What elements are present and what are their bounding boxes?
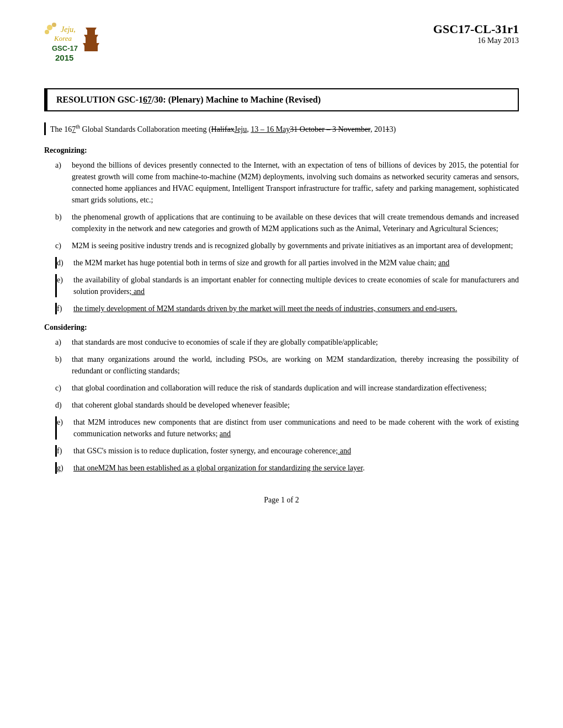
resolution-title-box: RESOLUTION GSC-167/30: (Plenary) Machine… — [44, 88, 519, 111]
item-content: that coherent global standards should be… — [72, 399, 519, 411]
recognizing-section: Recognizing: a) beyond the billions of d… — [44, 146, 519, 314]
item-label: e) — [57, 416, 73, 440]
list-item: b) the phenomenal growth of applications… — [55, 211, 519, 234]
list-item: f) that GSC's mission is to reduce dupli… — [55, 445, 519, 457]
recognizing-list: a) beyond the billions of devices presen… — [55, 159, 519, 314]
item-content: M2M is seeing positive industry trends a… — [72, 240, 519, 251]
svg-point-10 — [47, 25, 52, 30]
intro-paragraph: The 167th Global Standards Collaboration… — [44, 122, 519, 135]
document-id: GSC17-CL-31r1 — [433, 22, 519, 36]
item-label: c) — [55, 240, 72, 251]
item-content: the M2M market has huge potential both i… — [73, 257, 519, 269]
item-label: f) — [57, 445, 73, 457]
list-item: a) beyond the billions of devices presen… — [55, 159, 519, 206]
recognizing-heading: Recognizing: — [44, 146, 519, 155]
page-number: Page 1 of 2 — [264, 496, 299, 504]
superscript-th: th — [76, 124, 80, 130]
new-text-g: that oneM2M has been established as a gl… — [73, 464, 363, 472]
svg-rect-5 — [86, 38, 97, 43]
svg-rect-3 — [87, 30, 95, 35]
date-new: 13 – 16 May — [251, 125, 290, 133]
document-id-area: GSC17-CL-31r1 16 May 2013 — [433, 22, 519, 45]
list-item: c) M2M is seeing positive industry trend… — [55, 240, 519, 251]
item-content: the availability of global standards is … — [73, 274, 519, 297]
item-content: that oneM2M has been established as a gl… — [73, 462, 519, 474]
item-label: b) — [55, 354, 72, 377]
svg-text:Jeju,: Jeju, — [61, 25, 76, 34]
page-footer: Page 1 of 2 — [44, 496, 519, 505]
svg-rect-7 — [84, 46, 98, 51]
item-content: that global coordination and collaborati… — [72, 382, 519, 394]
list-item: d) that coherent global standards should… — [55, 399, 519, 411]
item-content: the phenomenal growth of applications th… — [72, 211, 519, 234]
item-label: f) — [57, 303, 73, 314]
year-new: 3 — [389, 125, 393, 133]
semi-and: ; and — [336, 447, 351, 455]
item-label: d) — [57, 257, 73, 269]
svg-point-11 — [52, 23, 56, 27]
date-old: 31 October – 3 November — [290, 125, 370, 133]
semi-and: ; and — [130, 287, 145, 296]
document-page: Jeju, Korea GSC-17 2015 GSC17-CL-31r — [0, 0, 563, 728]
considering-heading: Considering: — [44, 323, 519, 332]
item-label: d) — [55, 399, 72, 411]
item-content: the timely development of M2M standards … — [73, 303, 519, 314]
item-label: a) — [55, 336, 72, 348]
document-date: 16 May 2013 — [433, 36, 519, 45]
item-content: beyond the billions of devices presently… — [72, 159, 519, 206]
location-old: Halifax — [211, 125, 235, 133]
list-item: a) that standards are most conducive to … — [55, 336, 519, 348]
item-content: that many organizations around the world… — [72, 354, 519, 377]
svg-marker-6 — [83, 43, 99, 46]
svg-text:GSC-17: GSC-17 — [52, 44, 78, 52]
item-label: a) — [55, 159, 72, 206]
item-content: that GSC's mission is to reduce duplicat… — [73, 445, 519, 457]
list-item: e) the availability of global standards … — [55, 274, 519, 297]
svg-text:Korea: Korea — [54, 34, 72, 42]
location-new: Jeju — [235, 125, 247, 133]
list-item: c) that global coordination and collabor… — [55, 382, 519, 394]
and-link: and — [438, 259, 449, 267]
item-label: b) — [55, 211, 72, 234]
item-content: that M2M introduces new components that … — [73, 416, 519, 440]
resolution-title: RESOLUTION GSC-167/30: (Plenary) Machine… — [56, 95, 321, 104]
and-link: and — [220, 430, 231, 438]
item-label: g) — [57, 462, 73, 474]
list-item: g) that oneM2M has been established as a… — [55, 462, 519, 474]
logo: Jeju, Korea GSC-17 2015 — [44, 22, 116, 72]
svg-marker-4 — [84, 35, 98, 38]
list-item: d) the M2M market has huge potential bot… — [55, 257, 519, 269]
svg-marker-2 — [86, 28, 97, 30]
list-item: e) that M2M introduces new components th… — [55, 416, 519, 440]
considering-list: a) that standards are most conducive to … — [55, 336, 519, 474]
item-label: e) — [57, 274, 73, 297]
list-item: f) the timely development of M2M standar… — [55, 303, 519, 314]
svg-point-12 — [45, 30, 49, 34]
list-item: b) that many organizations around the wo… — [55, 354, 519, 377]
svg-text:2015: 2015 — [55, 53, 73, 62]
intro-text: The 167th Global Standards Collaboration… — [50, 125, 396, 133]
considering-section: Considering: a) that standards are most … — [44, 323, 519, 474]
item-label: c) — [55, 382, 72, 394]
item-content: that standards are most conducive to eco… — [72, 336, 519, 348]
document-header: Jeju, Korea GSC-17 2015 GSC17-CL-31r — [44, 22, 519, 72]
